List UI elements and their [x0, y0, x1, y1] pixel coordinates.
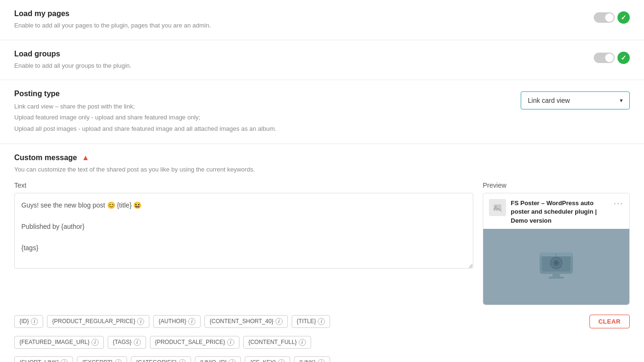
textarea-wrapper: Guys! see the new blog post 😊 {title} 😆 …: [14, 193, 473, 270]
load-groups-check-icon: ✓: [617, 52, 630, 64]
tag-featured-image-url-label: {FEATURED_IMAGE_URL}: [19, 339, 90, 345]
tag-short-link[interactable]: {SHORT_LINK} i: [14, 356, 73, 362]
load-pages-desc: Enable to add all your pages to the plug…: [14, 21, 211, 30]
tag-title-label: {TITLE}: [297, 318, 316, 325]
tag-featured-image-url-info-icon[interactable]: i: [92, 339, 99, 346]
tag-excerpt[interactable]: {EXCERPT} i: [77, 356, 127, 362]
more-options-icon[interactable]: ···: [614, 199, 624, 208]
preview-image-placeholder: [483, 229, 629, 305]
posting-type-desc: Link card view – share the post with the…: [14, 101, 276, 134]
tag-product-regular-price-label: {PRODUCT_REGULAR_PRICE}: [52, 318, 135, 325]
tag-uniq-id-info-icon[interactable]: i: [229, 359, 236, 362]
load-groups-title: Load groups: [14, 50, 131, 58]
tag-product-sale-price[interactable]: {PRODUCT_SALE_PRICE} i: [150, 336, 239, 349]
posting-type-desc-line1: Link card view – share the post with the…: [14, 103, 135, 110]
svg-point-10: [555, 253, 557, 255]
load-pages-toggle[interactable]: [594, 12, 615, 23]
load-groups-section: Load groups Enable to add all your group…: [0, 40, 644, 81]
custom-msg-title: Custom message: [14, 154, 77, 162]
tag-content-full-label: {CONTENT_FULL}: [248, 339, 297, 345]
tag-short-link-info-icon[interactable]: i: [61, 359, 68, 362]
load-pages-toggle-container: ✓: [594, 11, 630, 24]
tags-row-2: {FEATURED_IMAGE_URL} i {TAGS} i {PRODUCT…: [14, 336, 630, 352]
tag-categories-label: {CATEGORIES}: [136, 359, 177, 362]
tag-title[interactable]: {TITLE} i: [292, 315, 331, 328]
tag-product-sale-price-label: {PRODUCT_SALE_PRICE}: [155, 339, 225, 345]
svg-rect-0: [494, 205, 502, 211]
tag-cf-key[interactable]: {CF_KEY} i: [245, 356, 290, 362]
tag-author-info-icon[interactable]: i: [188, 318, 195, 325]
tag-excerpt-info-icon[interactable]: i: [115, 359, 122, 362]
svg-point-1: [495, 206, 497, 208]
text-label: Text: [14, 181, 473, 189]
tag-product-sale-price-info-icon[interactable]: i: [227, 339, 234, 346]
tag-author-label: {AUTHOR}: [158, 318, 186, 325]
custom-msg-content-area: Text Guys! see the new blog post 😊 {titl…: [14, 181, 630, 305]
tag-title-info-icon[interactable]: i: [318, 318, 325, 325]
image-placeholder-icon: [493, 203, 502, 212]
tag-uniq-id[interactable]: {UNIQ_ID} i: [195, 356, 241, 362]
tag-excerpt-label: {EXCERPT}: [82, 359, 113, 362]
tag-content-full-info-icon[interactable]: i: [299, 339, 306, 346]
tag-uniq-id-label: {UNIQ_ID}: [200, 359, 227, 362]
camera-icon: [537, 250, 575, 283]
tag-featured-image-url[interactable]: {FEATURED_IMAGE_URL} i: [14, 336, 104, 349]
load-groups-toggle-container: ✓: [594, 52, 630, 64]
custom-msg-desc: You can customize the text of the shared…: [14, 166, 630, 173]
load-groups-content: Load groups Enable to add all your group…: [14, 50, 131, 71]
tag-tags-label: {TAGS}: [113, 339, 132, 345]
tag-link-info-icon[interactable]: i: [318, 359, 325, 362]
tag-link[interactable]: {LINK} i: [294, 356, 330, 362]
load-pages-content: Load my pages Enable to add all your pag…: [14, 9, 211, 30]
tag-short-link-label: {SHORT_LINK}: [19, 359, 59, 362]
custom-message-section: Custom message ▲ You can customize the t…: [0, 144, 644, 305]
svg-rect-7: [552, 274, 560, 277]
custom-message-textarea[interactable]: Guys! see the new blog post 😊 {title} 😆 …: [14, 193, 473, 269]
tag-categories[interactable]: {CATEGORIES} i: [131, 356, 191, 362]
collapse-icon[interactable]: ▲: [82, 154, 90, 162]
tags-section: {ID} i {PRODUCT_REGULAR_PRICE} i {AUTHOR…: [0, 305, 644, 362]
tag-content-short-40[interactable]: {CONTENT_SHORT_40} i: [204, 315, 288, 328]
tag-link-label: {LINK}: [299, 359, 316, 362]
load-groups-toggle[interactable]: [594, 53, 615, 63]
preview-thumb-icon: [489, 199, 506, 216]
tag-tags-info-icon[interactable]: i: [134, 339, 141, 346]
tag-cf-key-info-icon[interactable]: i: [278, 359, 285, 362]
tag-product-regular-price-info-icon[interactable]: i: [137, 318, 144, 325]
tag-tags[interactable]: {TAGS} i: [108, 336, 146, 349]
tags-row-3: {SHORT_LINK} i {EXCERPT} i {CATEGORIES} …: [14, 356, 630, 362]
tag-id[interactable]: {ID} i: [14, 315, 43, 328]
load-groups-desc: Enable to add all your groups to the plu…: [14, 61, 131, 71]
tag-id-label: {ID}: [19, 318, 29, 325]
tag-content-short-40-label: {CONTENT_SHORT_40}: [210, 318, 274, 325]
load-pages-section: Load my pages Enable to add all your pag…: [0, 0, 644, 40]
preview-card-title: FS Poster – WordPress auto poster and sc…: [511, 199, 609, 225]
tag-id-info-icon[interactable]: i: [31, 318, 38, 325]
posting-type-title: Posting type: [14, 90, 276, 98]
posting-type-content: Posting type Link card view – share the …: [14, 90, 276, 134]
svg-point-6: [554, 261, 558, 265]
custom-msg-header: Custom message ▲: [14, 154, 630, 162]
tag-content-full[interactable]: {CONTENT_FULL} i: [243, 336, 311, 349]
tag-categories-info-icon[interactable]: i: [179, 359, 186, 362]
posting-type-desc-line3: Upload all post images - upload and shar…: [14, 125, 276, 132]
preview-label: Preview: [483, 181, 630, 189]
toggle-knob: [605, 13, 614, 22]
clear-button[interactable]: CLEAR: [589, 315, 630, 328]
posting-type-selected: Link card view: [528, 97, 570, 104]
preview-card-header: FS Poster – WordPress auto poster and sc…: [483, 193, 629, 229]
tag-cf-key-label: {CF_KEY}: [250, 359, 276, 362]
preview-side: Preview FS Poster – WordPress auto poste…: [483, 181, 630, 305]
load-pages-check-icon: ✓: [617, 11, 630, 24]
tag-author[interactable]: {AUTHOR} i: [153, 315, 201, 328]
posting-type-dropdown[interactable]: Link card view ▾: [521, 91, 630, 109]
toggle-knob: [605, 54, 614, 62]
chevron-down-icon: ▾: [620, 97, 623, 104]
load-pages-title: Load my pages: [14, 9, 211, 18]
tags-row-1: {ID} i {PRODUCT_REGULAR_PRICE} i {AUTHOR…: [14, 315, 630, 331]
tag-content-short-40-info-icon[interactable]: i: [276, 318, 283, 325]
svg-rect-8: [549, 277, 564, 279]
text-side: Text Guys! see the new blog post 😊 {titl…: [14, 181, 473, 270]
posting-type-desc-line2: Upload featured image only - upload and …: [14, 114, 200, 121]
tag-product-regular-price[interactable]: {PRODUCT_REGULAR_PRICE} i: [47, 315, 149, 328]
